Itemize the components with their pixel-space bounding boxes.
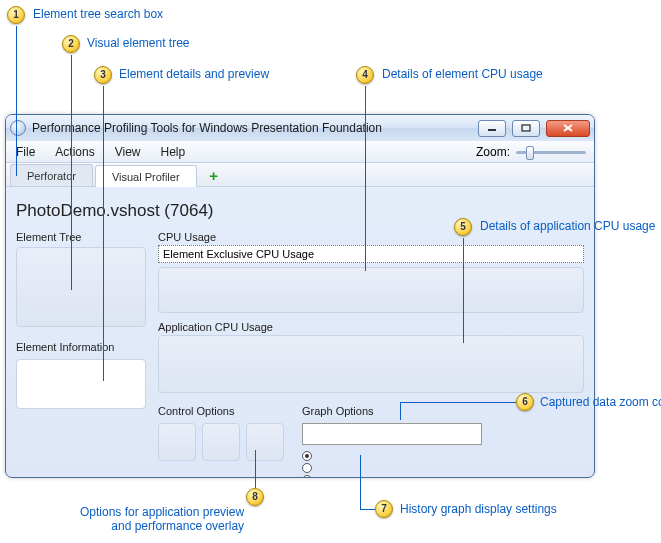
menu-actions[interactable]: Actions bbox=[45, 141, 104, 163]
callout-label-3: Element details and preview bbox=[119, 67, 269, 81]
callout-line bbox=[255, 450, 256, 488]
callout-badge-1: 1 bbox=[7, 6, 25, 24]
minimize-button[interactable] bbox=[478, 120, 506, 137]
callout-line bbox=[365, 86, 366, 271]
close-button[interactable] bbox=[546, 120, 590, 137]
callout-label-4: Details of element CPU usage bbox=[382, 67, 543, 81]
control-option-3-button[interactable] bbox=[246, 423, 284, 461]
app-window: Performance Profiling Tools for Windows … bbox=[5, 114, 595, 478]
zoom-slider[interactable] bbox=[516, 144, 586, 160]
element-tree-label: Element Tree bbox=[16, 229, 146, 245]
callout-label-8: Options for application preview and perf… bbox=[80, 505, 244, 533]
control-option-1-button[interactable] bbox=[158, 423, 196, 461]
callout-line bbox=[16, 26, 17, 176]
maximize-button[interactable] bbox=[512, 120, 540, 137]
tab-perforator[interactable]: Perforator bbox=[10, 164, 93, 186]
callout-label-5: Details of application CPU usage bbox=[480, 219, 655, 233]
element-tree-panel[interactable] bbox=[16, 247, 146, 327]
tab-visual-profiler[interactable]: Visual Profiler bbox=[95, 165, 197, 187]
callout-line bbox=[71, 55, 72, 290]
zoom-control: Zoom: bbox=[476, 144, 594, 160]
callout-label-7: History graph display settings bbox=[400, 502, 557, 516]
control-option-2-button[interactable] bbox=[202, 423, 240, 461]
svg-rect-1 bbox=[522, 125, 530, 131]
callout-badge-5: 5 bbox=[454, 218, 472, 236]
callout-label-2: Visual element tree bbox=[87, 36, 190, 50]
menu-file[interactable]: File bbox=[6, 141, 45, 163]
control-options-label: Control Options bbox=[158, 403, 284, 419]
callout-badge-2: 2 bbox=[62, 35, 80, 53]
element-exclusive-cpu-graph bbox=[158, 267, 584, 313]
right-column: CPU Usage Element Exclusive CPU Usage Ap… bbox=[158, 229, 584, 478]
callout-line bbox=[360, 455, 361, 509]
callout-line bbox=[400, 402, 401, 420]
graph-options-label: Graph Options bbox=[302, 403, 482, 419]
callout-badge-6: 6 bbox=[516, 393, 534, 411]
application-cpu-label: Application CPU Usage bbox=[158, 319, 584, 335]
left-column: Element Tree Element Information bbox=[16, 229, 146, 478]
element-exclusive-cpu-row[interactable]: Element Exclusive CPU Usage bbox=[158, 245, 584, 263]
callout-line bbox=[103, 86, 104, 381]
graph-radio-group bbox=[302, 451, 482, 478]
graph-radio-3[interactable] bbox=[302, 475, 312, 478]
app-icon bbox=[10, 120, 26, 136]
callout-badge-3: 3 bbox=[94, 66, 112, 84]
window-title: Performance Profiling Tools for Windows … bbox=[30, 121, 382, 135]
add-tab-button[interactable]: + bbox=[207, 168, 221, 182]
menu-view[interactable]: View bbox=[105, 141, 151, 163]
callout-badge-4: 4 bbox=[356, 66, 374, 84]
element-info-panel bbox=[16, 359, 146, 409]
titlebar[interactable]: Performance Profiling Tools for Windows … bbox=[6, 115, 594, 141]
graph-radio-2[interactable] bbox=[302, 463, 312, 473]
graph-radio-1[interactable] bbox=[302, 451, 312, 461]
application-cpu-graph bbox=[158, 335, 584, 393]
callout-badge-7: 7 bbox=[375, 500, 393, 518]
callout-line bbox=[463, 238, 464, 343]
callout-label-6: Captured data zoom control bbox=[540, 395, 661, 409]
tabstrip: Perforator Visual Profiler + bbox=[6, 163, 594, 187]
control-options-group: Control Options bbox=[158, 403, 284, 478]
graph-options-field[interactable] bbox=[302, 423, 482, 445]
graph-options-group: Graph Options bbox=[302, 403, 482, 478]
menubar: File Actions View Help Zoom: bbox=[6, 141, 594, 163]
callout-badge-8: 8 bbox=[246, 488, 264, 506]
callout-line bbox=[400, 402, 516, 403]
zoom-label: Zoom: bbox=[476, 145, 510, 159]
element-info-label: Element Information bbox=[16, 339, 146, 355]
callout-line bbox=[360, 509, 375, 510]
menu-help[interactable]: Help bbox=[151, 141, 196, 163]
callout-label-1: Element tree search box bbox=[33, 7, 163, 21]
